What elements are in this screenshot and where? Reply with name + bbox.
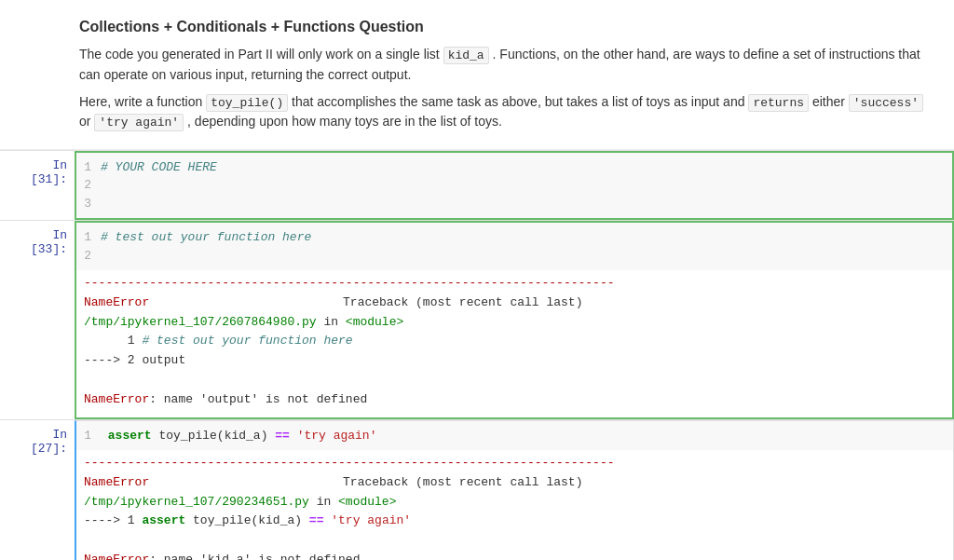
cell-33-content[interactable]: 1# test out your function here 2 -------… [75,221,954,419]
cell-31-label: In [31]: [0,151,75,221]
assert-val-27: 'try again' [290,429,377,443]
para2e-text: , depending upon how many toys are in th… [187,114,502,129]
question-title: Collections + Conditionals + Functions Q… [79,19,935,35]
code-line-33-2: 2 [84,247,945,266]
assert-kw-27: assert [108,429,159,443]
line-num-1: 1 [84,158,101,177]
cell-27: In [27]: 1 assert toy_pile(kid_a) == 'tr… [0,419,954,560]
para2d-text: or [79,114,90,129]
output-error-line-27: NameError Traceback (most recent call la… [84,473,946,493]
line-num-33-2: 2 [84,247,101,266]
output-blank-27 [84,531,946,551]
output-separator-27: ----------------------------------------… [84,454,946,473]
line-num-2: 2 [84,176,101,195]
output-separator-33: ----------------------------------------… [84,274,945,294]
cell-27-content[interactable]: 1 assert toy_pile(kid_a) == 'try again' … [75,420,954,560]
assert-eq-27: == [275,429,290,443]
output-arrow-27: ----> 1 assert toy_pile(kid_a) == 'try a… [84,512,946,531]
inline-kid-a: kid_a [443,47,489,64]
inline-try-again: 'try again' [94,114,184,131]
output-error-line-33: NameError Traceback (most recent call la… [84,294,945,313]
output-arrow-33: ----> 2 output [84,351,945,371]
cell-31-content[interactable]: 1# YOUR CODE HERE 2 3 [75,151,954,221]
code-line-27-1: 1 assert toy_pile(kid_a) == 'try again' [84,427,946,445]
code-line-2: 2 [84,176,945,195]
cell-27-output: ----------------------------------------… [76,450,953,560]
cell-27-code[interactable]: 1 assert toy_pile(kid_a) == 'try again' [76,421,953,451]
cell-33-label: In [33]: [0,221,75,419]
output-blank-33 [84,371,945,390]
line-num-3: 3 [84,195,101,213]
question-para2: Here, write a function toy_pile() that a… [79,92,935,132]
line-num-27-1: 1 [84,427,101,445]
code-line-33-1: 1# test out your function here [84,228,945,247]
para2c-text: either [812,94,845,109]
cell-33-output: ----------------------------------------… [76,270,952,417]
line-num-33-1: 1 [84,228,101,247]
cell-31-code[interactable]: 1# YOUR CODE HERE 2 3 [76,153,952,219]
code-line-3: 3 [84,195,945,213]
code-comment-1: # YOUR CODE HERE [101,160,217,174]
question-para1: The code you generated in Part II will o… [79,45,935,85]
output-file-27: /tmp/ipykernel_107/290234651.py in <modu… [84,493,946,512]
output-message-33: NameError: name 'output' is not defined [84,390,945,410]
assert-func-27: toy_pile(kid_a) [158,429,275,443]
para2a-text: Here, write a function [79,94,202,109]
code-line-1: 1# YOUR CODE HERE [84,158,945,177]
code-comment-33: # test out your function here [101,230,311,244]
cell-31: In [31]: 1# YOUR CODE HERE 2 3 [0,150,954,221]
output-message-27: NameError: name 'kid_a' is not defined [84,551,946,560]
output-line1-33: 1 # test out your function here [84,332,945,351]
cell-33-code[interactable]: 1# test out your function here 2 [76,223,952,270]
cell-33: In [33]: 1# test out your function here … [0,220,954,419]
inline-returns: returns [748,94,809,112]
question-section: Collections + Conditionals + Functions Q… [0,9,954,150]
cell-27-label: In [27]: [0,420,75,560]
inline-success: 'success' [849,94,923,112]
para1-text: The code you generated in Part II will o… [79,47,440,61]
para2b-text: that accomplishes the same task as above… [292,94,744,109]
output-file-33: /tmp/ipykernel_107/2607864980.py in <mod… [84,313,945,333]
page-container: Collections + Conditionals + Functions Q… [0,0,954,560]
inline-toy-pile: toy_pile() [206,94,288,112]
